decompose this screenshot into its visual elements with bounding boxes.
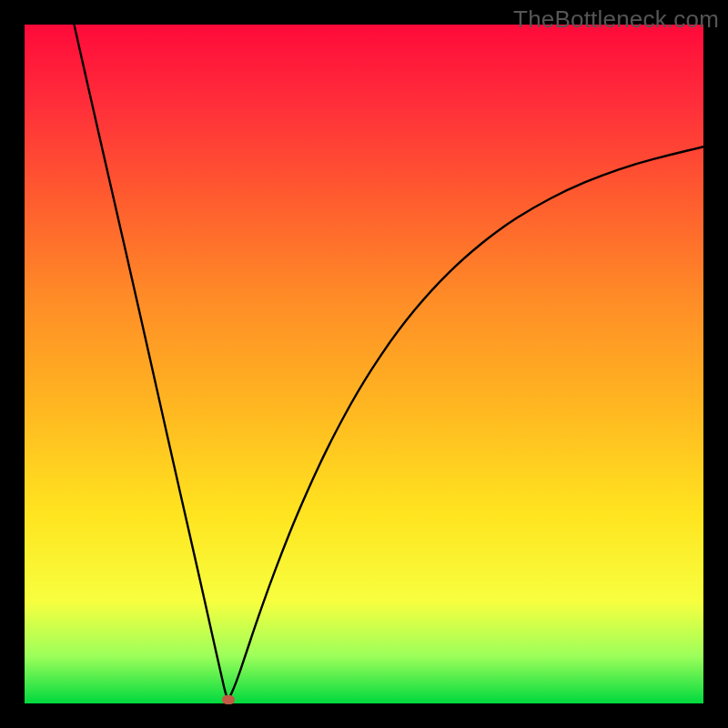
plot-area [25,25,703,703]
chart-frame: TheBottleneck.com [0,0,728,728]
bottleneck-curve [25,25,703,703]
